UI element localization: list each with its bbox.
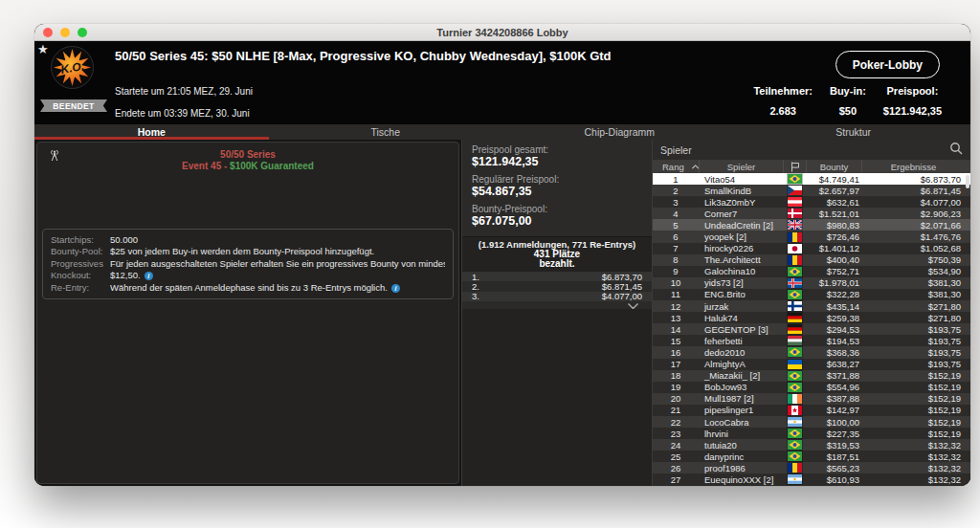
poker-lobby-button[interactable]: Poker-Lobby xyxy=(835,51,940,78)
info-row-text: $12,50.i xyxy=(110,270,445,281)
player-row[interactable]: 5UndeadCretin [2]$980,83$2.071,66 xyxy=(653,219,970,231)
player-row[interactable]: 8The.Architectt$400,40$750,39 xyxy=(653,254,970,266)
player-row[interactable]: 26proof1986$565,23$132,32 xyxy=(653,462,970,473)
bounty-header-label: Bounty xyxy=(820,162,849,172)
player-result: $4.077,00 xyxy=(861,197,970,208)
player-name: _Miazakii_ [2] xyxy=(699,370,783,381)
player-row[interactable]: 14GEGENTOP [3]$294,53$193,75 xyxy=(653,323,970,335)
player-result: $152,19 xyxy=(861,370,970,381)
player-row[interactable]: 10yids73 [2]$1.978,01$381,30 xyxy=(653,277,970,289)
player-rank: 22 xyxy=(653,417,699,428)
player-row[interactable]: 7hirocky0226$1.401,12$1.052,68 xyxy=(653,243,970,254)
players-panel: Spieler Rang Spieler xyxy=(653,140,970,486)
player-row[interactable]: 18_Miazakii_ [2]$371,88$152,19 xyxy=(653,370,970,382)
player-row[interactable]: 21pipeslinger1$142,97$152,19 xyxy=(653,405,970,416)
player-result: $193,75 xyxy=(861,324,970,335)
player-row[interactable]: 9Galochina10$752,71$534,90 xyxy=(653,266,970,277)
player-name: Vitao54 xyxy=(699,174,783,185)
player-result: $193,75 xyxy=(861,347,970,358)
player-row[interactable]: 17AlmightyA$638,27$193,75 xyxy=(653,359,970,370)
player-row[interactable]: 19BobJow93$554,96$152,19 xyxy=(653,382,970,393)
tab-tische[interactable]: Tische xyxy=(269,124,503,140)
more-payouts[interactable] xyxy=(462,301,652,309)
player-row[interactable]: 15feherbetti$194,53$193,75 xyxy=(653,335,970,346)
player-rank: 3 xyxy=(653,197,699,208)
info-icon[interactable]: i xyxy=(391,284,400,293)
player-row[interactable]: 12jurzak$435,14$271,80 xyxy=(653,300,970,312)
player-result: $750,39 xyxy=(861,254,970,265)
flag-icon-br xyxy=(783,371,806,381)
info-row-value: Während der späten Anmeldephase sind bis… xyxy=(110,282,388,293)
info-row-text: Für jeden ausgeschalteten Spieler erhalt… xyxy=(110,258,445,270)
player-row[interactable]: 22LocoCabra$100,00$152,19 xyxy=(653,416,970,428)
tournament-info-box: Startchips:50.000Bounty-Pool:$25 von jed… xyxy=(42,229,454,299)
payout-row: 2.$6.871,45 xyxy=(462,281,652,291)
player-result: $152,19 xyxy=(861,417,970,428)
player-row[interactable]: 20Mull1987 [2]$387,88$152,19 xyxy=(653,393,970,405)
favorite-star-icon[interactable]: ★ xyxy=(37,42,49,56)
player-rank: 15 xyxy=(653,336,699,346)
player-name: danyprinc xyxy=(699,451,783,462)
player-rank: 2 xyxy=(653,186,699,196)
player-bounty: $400,40 xyxy=(806,254,861,265)
player-result: $132,32 xyxy=(861,463,970,473)
player-result: $132,32 xyxy=(861,474,970,485)
titlebar[interactable]: Turnier 3424208866 Lobby xyxy=(34,24,970,41)
player-bounty: $387,88 xyxy=(806,393,861,404)
player-row[interactable]: 2SmallKindB$2.657,97$6.871,45 xyxy=(653,185,970,196)
info-icon[interactable]: i xyxy=(145,272,153,280)
column-header-results[interactable]: Ergebnisse xyxy=(861,160,965,173)
player-name: pipeslinger1 xyxy=(699,405,783,415)
tab-home[interactable]: Home xyxy=(34,124,269,140)
player-result: $1.476,76 xyxy=(861,231,970,242)
player-rank: 26 xyxy=(653,463,699,473)
player-row[interactable]: 23lhrvini$227,35$152,19 xyxy=(653,428,970,439)
player-result: $381,30 xyxy=(861,277,970,288)
payout-place: 3. xyxy=(472,291,479,301)
registrations-block: (1.912 Anmeldungen, 771 Re-Entrys) 431 P… xyxy=(462,236,652,272)
player-row[interactable]: 6yoopek [2]$726,46$1.476,76 xyxy=(653,231,970,242)
player-bounty: $294,53 xyxy=(806,324,861,335)
tab-struktur[interactable]: Struktur xyxy=(737,124,971,140)
player-result: $193,75 xyxy=(861,336,970,346)
player-rank: 23 xyxy=(653,429,699,439)
column-header-bounty[interactable]: Bounty xyxy=(806,160,861,173)
close-button[interactable] xyxy=(43,28,53,37)
tab-chip-diagramm[interactable]: Chip-Diagramm xyxy=(502,124,737,140)
player-result: $6.873,70 xyxy=(861,174,970,185)
player-row[interactable]: 1Vitao54$4.749,41$6.873,70 xyxy=(653,173,970,185)
player-row[interactable]: 24tutuia20$319,53$132,32 xyxy=(653,439,970,451)
player-rank: 19 xyxy=(653,382,699,392)
bounty-prizepool-label: Bounty-Preispool: xyxy=(472,204,642,214)
prizepool-panel: Preispool gesamt: $121.942,35 Regulärer … xyxy=(461,140,653,486)
player-rank: 1 xyxy=(653,174,699,185)
stat-label: Preispool: xyxy=(887,85,939,97)
flag-icon-ie xyxy=(783,394,806,404)
search-icon[interactable] xyxy=(949,142,963,159)
player-row[interactable]: 4Corner7$1.521,01$2.906,23 xyxy=(653,208,970,219)
payout-amount: $6.873,70 xyxy=(602,272,642,282)
player-row[interactable]: 16dedo2010$368,36$193,75 xyxy=(653,346,970,358)
player-name: ENG.Brito xyxy=(699,289,783,299)
player-row[interactable]: 3Lik3aZ0mbY$632,61$4.077,00 xyxy=(653,196,970,208)
column-header-rank[interactable]: Rang xyxy=(653,160,699,173)
column-header-player[interactable]: Spieler xyxy=(699,160,783,173)
tabbar: HomeTischeChip-DiagrammStruktur xyxy=(34,124,970,140)
info-row-label: Re-Entry: xyxy=(51,282,106,294)
player-row[interactable]: 25danyprinc$187,51$132,32 xyxy=(653,451,970,462)
player-row[interactable]: 27EuequinoXXX [2]$610,93$132,32 xyxy=(653,473,970,485)
flag-icon-de xyxy=(783,313,806,322)
flag-icon-ar xyxy=(783,417,806,427)
player-bounty: $259,38 xyxy=(806,313,861,323)
player-row[interactable]: 13Haluk74$259,38$271,80 xyxy=(653,312,970,323)
scrollbar-thumb[interactable] xyxy=(966,175,969,188)
players-panel-title: Spieler xyxy=(660,144,692,156)
column-header-country[interactable] xyxy=(783,160,806,173)
player-row[interactable]: 11ENG.Brito$322,28$381,30 xyxy=(653,289,970,300)
player-rank: 12 xyxy=(653,301,699,312)
player-rank: 18 xyxy=(653,370,699,381)
zoom-button[interactable] xyxy=(78,28,87,37)
info-row-label: Knockout: xyxy=(51,270,106,281)
minimize-button[interactable] xyxy=(60,28,70,37)
player-result: $132,32 xyxy=(861,451,970,462)
